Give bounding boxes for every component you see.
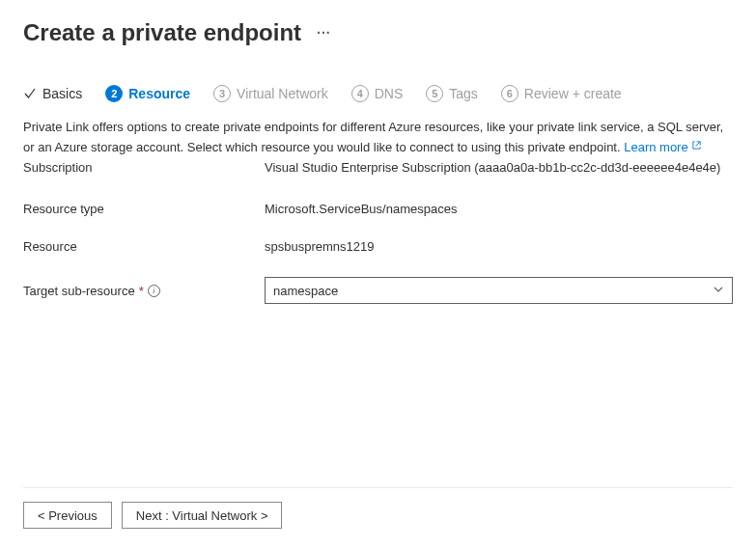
- page-title-row: Create a private endpoint ···: [23, 19, 733, 46]
- tab-basics[interactable]: Basics: [23, 86, 82, 101]
- field-target-sub-resource: Target sub-resource * i namespace: [23, 277, 733, 304]
- tab-tags[interactable]: 5 Tags: [426, 85, 478, 102]
- resource-label: Resource: [23, 239, 265, 254]
- subscription-value: Visual Studio Enterprise Subscription (a…: [265, 160, 733, 175]
- intro-copy: Private Link offers options to create pr…: [23, 120, 723, 154]
- tab-virtual-network[interactable]: 3 Virtual Network: [213, 85, 328, 102]
- intro-text: Private Link offers options to create pr…: [23, 118, 733, 156]
- learn-more-link[interactable]: Learn more: [624, 140, 701, 154]
- tab-resource[interactable]: 2 Resource: [105, 85, 190, 102]
- step-number-icon: 2: [105, 85, 123, 102]
- step-number-icon: 4: [351, 85, 369, 102]
- step-number-icon: 3: [213, 85, 231, 102]
- resource-type-value: Microsoft.ServiceBus/namespaces: [265, 202, 733, 216]
- step-number-icon: 6: [501, 85, 518, 102]
- wizard-tabs: Basics 2 Resource 3 Virtual Network 4 DN…: [23, 85, 733, 102]
- external-link-icon: [691, 137, 702, 156]
- step-number-icon: 5: [426, 85, 443, 102]
- target-sub-resource-dropdown[interactable]: namespace: [265, 277, 733, 304]
- more-icon[interactable]: ···: [317, 25, 331, 41]
- wizard-footer: < Previous Next : Virtual Network >: [23, 487, 733, 529]
- subscription-label: Subscription: [23, 160, 265, 175]
- field-resource: Resource spsbuspremns1219: [23, 239, 733, 254]
- tab-dns[interactable]: 4 DNS: [351, 85, 404, 102]
- field-subscription: Subscription Visual Studio Enterprise Su…: [23, 160, 733, 175]
- tab-label: Virtual Network: [237, 86, 328, 101]
- tab-label: Basics: [42, 86, 82, 101]
- previous-button[interactable]: < Previous: [23, 502, 112, 529]
- learn-more-label: Learn more: [624, 140, 687, 154]
- resource-value: spsbuspremns1219: [265, 239, 733, 254]
- tab-review-create[interactable]: 6 Review + create: [501, 85, 622, 102]
- next-button[interactable]: Next : Virtual Network >: [122, 502, 283, 529]
- tab-label: DNS: [375, 86, 404, 101]
- field-resource-type: Resource type Microsoft.ServiceBus/names…: [23, 202, 733, 216]
- tab-label: Resource: [128, 86, 190, 101]
- required-indicator: *: [139, 284, 144, 298]
- dropdown-value: namespace: [273, 284, 338, 298]
- tab-label: Tags: [449, 86, 478, 101]
- target-sub-resource-label-text: Target sub-resource: [23, 284, 135, 298]
- info-icon[interactable]: i: [148, 285, 160, 297]
- tab-label: Review + create: [524, 86, 622, 101]
- target-sub-resource-label: Target sub-resource * i: [23, 284, 265, 298]
- page-title: Create a private endpoint: [23, 19, 301, 46]
- chevron-down-icon: [713, 284, 724, 298]
- checkmark-icon: [23, 87, 37, 100]
- resource-type-label: Resource type: [23, 202, 265, 216]
